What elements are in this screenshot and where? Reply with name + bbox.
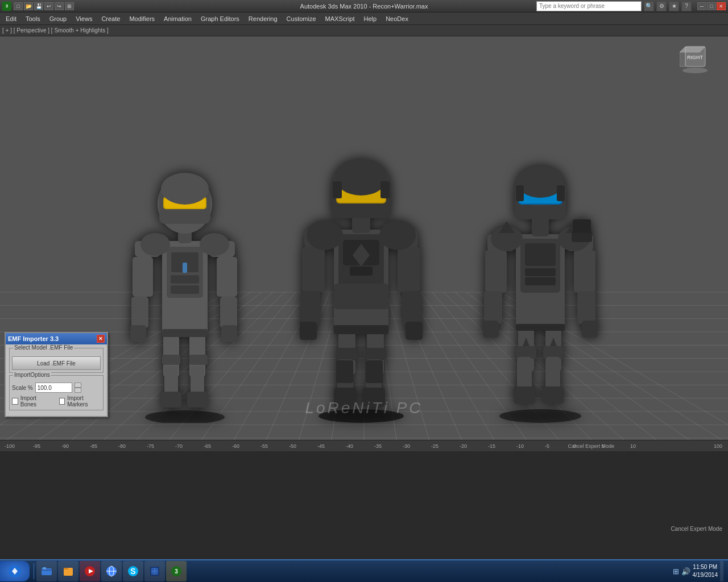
menu-graph-editors[interactable]: Graph Editors (196, 13, 244, 25)
svg-rect-47 (362, 388, 385, 407)
menu-bar: Edit Tools Group Views Create Modifiers … (0, 13, 728, 25)
taskbar-app-media[interactable] (80, 561, 100, 581)
svg-rect-87 (525, 268, 556, 276)
ruler-mark-35: -35 (374, 443, 382, 449)
taskbar-app-vbox[interactable] (144, 561, 165, 581)
menu-customize[interactable]: Customize (282, 13, 321, 25)
ruler-mark-15: -15 (488, 443, 495, 449)
new-btn[interactable]: □ (14, 2, 23, 10)
svg-rect-103 (573, 219, 591, 233)
svg-rect-21 (133, 257, 153, 297)
search-options[interactable]: ⚙ (656, 1, 667, 11)
titlebar-right: 🔍 ⚙ ★ ? ─ □ ✕ (536, 1, 726, 11)
taskbar-separator (34, 563, 34, 579)
warrior-model-3 (475, 122, 606, 423)
svg-rect-58 (300, 322, 317, 340)
close-btn[interactable]: ✕ (717, 2, 726, 10)
bottom-ruler: -100 -95 -90 -85 -80 -75 -70 -65 -60 -55… (0, 440, 728, 451)
emf-markers-checkbox[interactable] (59, 398, 65, 405)
ruler-mark-10: -10 (516, 443, 524, 449)
svg-point-35 (161, 173, 209, 205)
menu-group[interactable]: Group (45, 13, 72, 25)
ruler-mark-30: -30 (403, 443, 410, 449)
svg-point-28 (140, 233, 170, 256)
menu-items: Edit Tools Group Views Create Modifiers … (1, 13, 727, 25)
svg-rect-97 (582, 321, 598, 338)
bookmark-btn[interactable]: ★ (669, 1, 679, 11)
emf-load-button[interactable]: Load .EMF File (12, 356, 101, 370)
extra-btn[interactable]: ⊞ (65, 2, 74, 10)
svg-rect-19 (162, 329, 208, 337)
search-button[interactable]: 🔍 (644, 1, 654, 11)
emf-dialog-titlebar: EMF Importer 3.3 ✕ (6, 333, 107, 344)
save-btn[interactable]: 💾 (34, 2, 43, 10)
menu-edit[interactable]: Edit (1, 13, 21, 25)
emf-scale-down[interactable]: ▼ (75, 388, 81, 393)
menu-neodex[interactable]: NeoDex (381, 13, 413, 25)
ruler-mark-80: -80 (118, 443, 126, 449)
cancel-expert-label[interactable]: Cancel Expert Mode (671, 526, 722, 532)
ruler-mark-10p: 10 (630, 443, 636, 449)
maximize-btn[interactable]: □ (707, 2, 716, 10)
undo-btn[interactable]: ↩ (44, 2, 53, 10)
tray-volume[interactable]: 🔊 (681, 567, 690, 576)
ruler-mark-90: -90 (61, 443, 69, 449)
emf-close-button[interactable]: ✕ (97, 335, 105, 343)
svg-rect-72 (380, 181, 390, 198)
svg-rect-76 (516, 346, 536, 359)
emf-scale-label: Scale % (12, 385, 33, 391)
show-desktop-btn[interactable] (720, 561, 723, 581)
svg-rect-92 (484, 291, 502, 324)
emf-scale-up[interactable]: ▲ (75, 383, 81, 388)
open-btn[interactable]: 📂 (24, 2, 33, 10)
svg-rect-26 (220, 297, 237, 328)
taskbar-app-files[interactable] (58, 561, 78, 581)
svg-rect-36 (183, 263, 187, 273)
help-btn[interactable]: ? (681, 1, 692, 11)
titlebar-toolbar: □ 📂 💾 ↩ ↪ ⊞ (14, 2, 74, 10)
svg-rect-13 (187, 392, 208, 408)
svg-rect-53 (334, 325, 388, 334)
menu-modifiers[interactable]: Modifiers (125, 13, 159, 25)
emf-dialog-title: EMF Importer 3.3 (8, 335, 59, 342)
taskbar-app-browser[interactable] (101, 561, 122, 581)
svg-rect-71 (333, 181, 342, 198)
search-input[interactable] (536, 1, 642, 11)
redo-btn[interactable]: ↪ (55, 2, 64, 10)
emf-scale-row: Scale % ▲ ▼ (12, 383, 101, 393)
menu-help[interactable]: Help (359, 13, 382, 25)
svg-point-64 (379, 221, 416, 250)
menu-tools[interactable]: Tools (21, 13, 45, 25)
svg-text:3: 3 (175, 568, 178, 575)
svg-rect-77 (543, 346, 564, 359)
system-tray: ⊞ 🔊 (673, 567, 690, 576)
svg-rect-95 (574, 250, 595, 293)
taskbar-app-skype[interactable]: S (123, 561, 143, 581)
cancel-expert-mode[interactable]: Cancel Expert Mode (568, 443, 614, 449)
ruler-mark-5: -5 (545, 443, 549, 449)
menu-rendering[interactable]: Rendering (244, 13, 282, 25)
app-logo: 3 (2, 2, 11, 11)
start-button[interactable] (0, 561, 30, 581)
emf-import-group: ImportOptions Scale % ▲ ▼ Import Bones I… (9, 375, 104, 410)
menu-animation[interactable]: Animation (159, 13, 196, 25)
menu-maxscript[interactable]: MAXScript (321, 13, 359, 25)
system-clock[interactable]: 11:50 PM 4/19/2014 (693, 563, 718, 579)
viewport-label: [ + ] [ Perspective ] [ Smooth + Highlig… (2, 27, 109, 34)
svg-rect-45 (366, 360, 383, 383)
menu-views[interactable]: Views (71, 13, 97, 25)
taskbar-app-explorer[interactable] (36, 561, 57, 581)
emf-scale-input[interactable] (35, 383, 72, 393)
viewport[interactable]: RIGHT (0, 36, 728, 451)
minimize-btn[interactable]: ─ (697, 2, 706, 10)
taskbar-app-3dsmax[interactable]: 3 (166, 561, 187, 581)
warrior-model-2 (293, 116, 429, 423)
svg-rect-18 (171, 285, 199, 294)
svg-point-70 (335, 159, 387, 196)
emf-bones-checkbox[interactable] (12, 398, 18, 405)
svg-rect-115 (43, 567, 46, 569)
menu-create[interactable]: Create (97, 13, 125, 25)
models-area (0, 36, 728, 451)
svg-rect-25 (217, 257, 237, 297)
tray-network[interactable]: ⊞ (673, 567, 679, 576)
